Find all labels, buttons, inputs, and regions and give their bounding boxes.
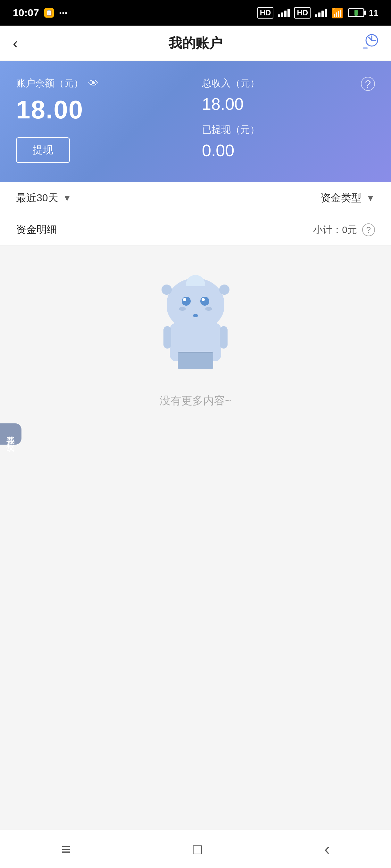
- mascot-helmet: [186, 275, 205, 286]
- status-dots: ···: [59, 7, 67, 19]
- time: 10:07: [13, 7, 39, 19]
- header: ‹ 我的账户: [0, 26, 391, 61]
- notification-icon: 📋: [44, 8, 54, 18]
- signal-bars-2: [315, 9, 327, 17]
- mascot-right-cheek: [205, 307, 212, 311]
- eye-icon[interactable]: 👁: [88, 78, 99, 89]
- withdrawn-label: 已提现（元）: [202, 123, 375, 136]
- banner-content: 账户余额（元） 👁 18.00 提现 总收入（元） 18.00 已提现（元） 0…: [16, 77, 375, 163]
- summary-help-icon[interactable]: ?: [362, 223, 375, 236]
- summary-label: 资金明细: [16, 223, 57, 237]
- menu-icon[interactable]: ≡: [61, 840, 71, 859]
- back-button[interactable]: ‹: [13, 34, 32, 52]
- mascot-left-ear: [162, 284, 172, 295]
- mascot: [150, 278, 240, 374]
- mascot-right-ear: [219, 284, 229, 295]
- battery-level: 11: [369, 8, 378, 18]
- back-nav-icon[interactable]: ‹: [324, 839, 330, 859]
- withdrawn-value: 0.00: [202, 141, 375, 160]
- total-income-value: 18.00: [202, 94, 375, 114]
- mascot-nose: [193, 314, 198, 317]
- status-bar-left: 10:07 📋 ···: [13, 7, 67, 19]
- battery-icon: [348, 8, 364, 17]
- income-section: 总收入（元） 18.00 已提现（元） 0.00: [189, 77, 375, 160]
- bottom-nav: ≡ □ ‹: [0, 830, 391, 868]
- mascot-left-arm: [163, 326, 171, 348]
- mascot-cheeks: [179, 307, 212, 311]
- battery-fill: [355, 10, 358, 16]
- total-income: 总收入（元） 18.00: [202, 77, 375, 114]
- filter-row: 最近30天 ▼ 资金类型 ▼: [0, 182, 391, 214]
- balance-section: 账户余额（元） 👁 18.00 提现: [16, 77, 189, 163]
- mascot-head: [167, 278, 224, 329]
- account-banner: ? 账户余额（元） 👁 18.00 提现 总收入（元） 18.00 已提现（元）…: [0, 61, 391, 182]
- subtotal: 小计：0元: [313, 223, 357, 237]
- empty-state: 没有更多内容~: [0, 246, 391, 868]
- help-icon[interactable]: ?: [361, 77, 375, 91]
- empty-text: 没有更多内容~: [160, 393, 231, 408]
- mascot-box: [178, 352, 213, 369]
- mascot-left-eye: [182, 297, 191, 306]
- mascot-left-cheek: [179, 307, 186, 311]
- time-filter-label: 最近30天: [16, 191, 58, 205]
- summary-row: 资金明细 小计：0元 ?: [0, 214, 391, 246]
- withdraw-button[interactable]: 提现: [16, 137, 70, 163]
- time-filter[interactable]: 最近30天 ▼: [16, 191, 72, 205]
- page-title: 我的账户: [32, 34, 359, 52]
- total-income-label: 总收入（元）: [202, 77, 375, 90]
- balance-value: 18.00: [16, 95, 189, 124]
- chevron-down-icon-2: ▼: [366, 193, 375, 203]
- status-bar-right: HD HD 📶 11: [257, 7, 378, 19]
- type-filter[interactable]: 资金类型 ▼: [320, 191, 375, 205]
- mascot-eyes: [182, 297, 209, 306]
- wifi-icon: 📶: [331, 7, 343, 19]
- type-filter-label: 资金类型: [320, 191, 362, 205]
- withdrawn-section: 已提现（元） 0.00: [202, 123, 375, 160]
- chart-button[interactable]: [359, 33, 378, 53]
- hd-label: HD: [257, 7, 274, 19]
- summary-right: 小计：0元 ?: [313, 223, 375, 237]
- mascot-right-eye: [200, 297, 209, 306]
- signal-bars-1: [278, 9, 290, 17]
- home-icon[interactable]: □: [193, 840, 202, 858]
- chevron-down-icon: ▼: [63, 193, 72, 203]
- balance-label: 账户余额（元） 👁: [16, 77, 189, 90]
- feedback-button[interactable]: 我要 反馈: [0, 423, 22, 444]
- status-bar: 10:07 📋 ··· HD HD 📶 11: [0, 0, 391, 26]
- hd-label-2: HD: [294, 7, 311, 19]
- mascot-right-arm: [220, 326, 227, 348]
